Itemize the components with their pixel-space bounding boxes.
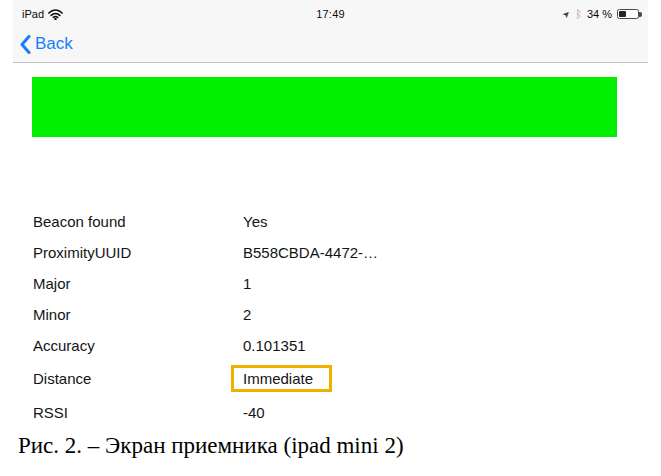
table-row: ProximityUUID B558CBDA-4472-… [33, 237, 613, 268]
table-row: Beacon found Yes [33, 206, 613, 237]
row-label: Major [33, 275, 243, 292]
bluetooth-icon: ᛒ [575, 9, 582, 20]
row-value: 1 [243, 275, 251, 292]
table-row: Distance Immediate [33, 361, 613, 395]
figure-caption: Рис. 2. – Экран приемника (ipad mini 2) [18, 433, 404, 459]
row-label: RSSI [33, 404, 243, 421]
row-value: Yes [243, 213, 267, 230]
table-row: RSSI -40 [33, 395, 613, 429]
row-value: 2 [243, 306, 251, 323]
status-bar-clock: 17:49 [13, 8, 648, 20]
beacon-data-table: Beacon found Yes ProximityUUID B558CBDA-… [33, 206, 613, 429]
proximity-indicator [32, 77, 617, 137]
document-page: { "status_bar": { "carrier": "iPad", "ti… [0, 0, 661, 476]
row-label: Accuracy [33, 337, 243, 354]
row-value: 0.101351 [243, 337, 306, 354]
row-value: -40 [243, 404, 265, 421]
status-bar: iPad 17:49 ➤ ᛒ 34 % [13, 0, 648, 28]
row-label: Beacon found [33, 213, 243, 230]
navigation-bar: Back [13, 28, 648, 63]
row-label: Minor [33, 306, 243, 323]
row-value: B558CBDA-4472-… [243, 244, 378, 261]
row-label: ProximityUUID [33, 244, 243, 261]
back-button[interactable]: Back [20, 34, 73, 54]
battery-percent-label: 34 % [587, 8, 612, 20]
back-button-label: Back [35, 34, 73, 54]
table-row: Accuracy 0.101351 [33, 330, 613, 361]
table-row: Minor 2 [33, 299, 613, 330]
highlighted-value: Immediate [231, 365, 332, 392]
row-label: Distance [33, 370, 243, 387]
battery-icon [617, 9, 639, 19]
location-arrow-icon: ➤ [561, 8, 573, 20]
ipad-screenshot: iPad 17:49 ➤ ᛒ 34 % Back Beacon found [13, 0, 648, 428]
table-row: Major 1 [33, 268, 613, 299]
back-chevron-icon [20, 35, 31, 54]
status-bar-right: ➤ ᛒ 34 % [563, 6, 639, 22]
